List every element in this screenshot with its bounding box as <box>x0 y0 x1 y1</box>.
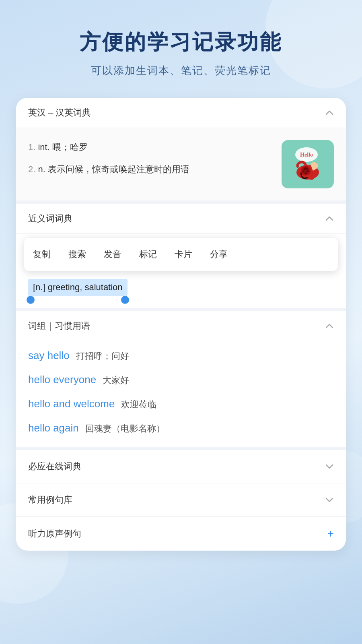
svg-text:Hello: Hello <box>300 152 313 158</box>
sentences-title: 常用例句库 <box>28 494 72 506</box>
sentences-header[interactable]: 常用例句库 <box>16 483 346 516</box>
phrases-chevron-up-icon[interactable] <box>325 322 334 330</box>
definition-1: 1. int. 喂；哈罗 <box>28 140 274 154</box>
selection-handle-right[interactable] <box>121 296 129 304</box>
def-number-2: 2. <box>28 164 38 174</box>
svg-point-6 <box>304 168 305 170</box>
context-menu-pronounce[interactable]: 发音 <box>95 244 130 264</box>
biying-header[interactable]: 必应在线词典 <box>16 450 346 483</box>
hero-section: 方便的学习记录功能 可以添加生词本、笔记、荧光笔标记 <box>16 28 346 78</box>
biying-section: 必应在线词典 <box>16 450 346 483</box>
phrases-list: say hello 打招呼；问好 hello everyone 大家好 hell… <box>16 341 346 450</box>
audio-section: 听力原声例句 + <box>16 517 346 551</box>
def-number-1: 1. <box>28 142 38 152</box>
definition-section: 1. int. 喂；哈罗 2. n. 表示问候，惊奇或唤起注意时的用语 Hell… <box>16 128 346 204</box>
svg-point-7 <box>306 168 308 170</box>
dictionary-title: 英汉 – 汉英词典 <box>28 107 91 119</box>
synonyms-title: 近义词词典 <box>28 213 72 225</box>
main-card: 英汉 – 汉英词典 1. int. 喂；哈罗 2. n. 表示问候，惊奇或唤起注… <box>16 98 346 551</box>
phrase-item-4[interactable]: hello again 回魂妻（电影名称） <box>28 422 334 435</box>
synonyms-chevron-up-icon[interactable] <box>325 214 334 223</box>
synonyms-header[interactable]: 近义词词典 <box>16 204 346 234</box>
audio-header[interactable]: 听力原声例句 + <box>16 517 346 551</box>
phrases-section-header[interactable]: 词组｜习惯用语 <box>16 311 346 341</box>
audio-title: 听力原声例句 <box>28 528 81 540</box>
selection-handle-left[interactable] <box>27 296 35 304</box>
phrase-zh-1: 打招呼；问好 <box>76 350 129 362</box>
synonym-content: [n.] greeting, salutation <box>16 271 346 308</box>
phrase-zh-3: 欢迎莅临 <box>121 398 156 411</box>
phrases-title: 词组｜习惯用语 <box>28 320 90 332</box>
dictionary-chevron-up-icon[interactable] <box>325 108 334 117</box>
svg-point-9 <box>305 173 306 174</box>
hello-image: Hello <box>282 140 334 188</box>
svg-point-11 <box>307 171 309 172</box>
hero-title: 方便的学习记录功能 <box>16 28 346 56</box>
dictionary-section-header[interactable]: 英汉 – 汉英词典 <box>16 98 346 128</box>
phrase-item-3[interactable]: hello and welcome 欢迎莅临 <box>28 398 334 411</box>
context-menu-mark[interactable]: 标记 <box>130 244 166 264</box>
phrase-en-1: say hello <box>28 349 70 362</box>
definition-2: 2. n. 表示问候，惊奇或唤起注意时的用语 <box>28 162 274 176</box>
def-text-2: n. 表示问候，惊奇或唤起注意时的用语 <box>38 164 189 174</box>
synonym-highlighted-text[interactable]: [n.] greeting, salutation <box>28 279 128 296</box>
phrase-item-2[interactable]: hello everyone 大家好 <box>28 374 334 386</box>
definitions-list: 1. int. 喂；哈罗 2. n. 表示问候，惊奇或唤起注意时的用语 <box>28 140 282 184</box>
context-menu-search[interactable]: 搜索 <box>60 244 95 264</box>
phrase-en-2: hello everyone <box>28 374 96 386</box>
biying-chevron-down-icon[interactable] <box>325 462 334 471</box>
sentences-section: 常用例句库 <box>16 483 346 517</box>
context-menu-card[interactable]: 卡片 <box>166 244 201 264</box>
phrase-en-4: hello again <box>28 422 79 434</box>
def-text-1: int. 喂；哈罗 <box>38 142 87 152</box>
context-menu: 复制 搜索 发音 标记 卡片 分享 <box>24 238 338 271</box>
svg-point-10 <box>302 171 304 172</box>
phrase-zh-2: 大家好 <box>103 374 129 386</box>
audio-plus-icon[interactable]: + <box>327 527 334 540</box>
biying-title: 必应在线词典 <box>28 460 81 473</box>
svg-point-8 <box>305 167 306 169</box>
context-menu-share[interactable]: 分享 <box>201 244 237 264</box>
context-menu-copy[interactable]: 复制 <box>24 244 60 264</box>
phrase-zh-4: 回魂妻（电影名称） <box>85 423 165 435</box>
phrase-item-1[interactable]: say hello 打招呼；问好 <box>28 349 334 362</box>
hero-subtitle: 可以添加生词本、笔记、荧光笔标记 <box>16 64 346 78</box>
phrase-en-3: hello and welcome <box>28 398 115 410</box>
sentences-chevron-down-icon[interactable] <box>325 495 334 504</box>
synonyms-section: 近义词词典 复制 搜索 发音 标记 卡片 分享 <box>16 204 346 311</box>
